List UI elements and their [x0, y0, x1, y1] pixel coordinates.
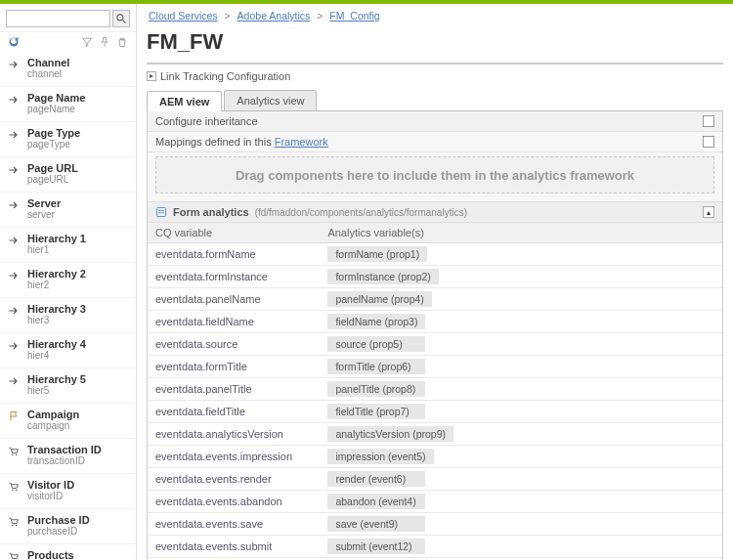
variable-pill[interactable]: submit (event12)	[327, 538, 425, 554]
collapse-triangle-icon: ▸	[147, 71, 156, 81]
table-row[interactable]: eventdata.fieldTitlefieldTitle (prop7)	[148, 401, 722, 423]
analytics-variable-cell: save (event9)	[320, 513, 722, 536]
sidebar-item[interactable]: Serverserver	[0, 193, 136, 228]
cart-icon	[8, 446, 20, 457]
crumb-adobe-analytics[interactable]: Adobe Analytics	[237, 10, 311, 22]
sidebar-item[interactable]: Page URLpageURL	[0, 157, 136, 193]
link-tracking-toggle[interactable]: ▸ Link Tracking Configuration	[147, 68, 723, 90]
analytics-variable-cell: source (prop5)	[320, 333, 722, 356]
trash-icon[interactable]	[116, 36, 128, 50]
aem-view-panel: Configure inheritance Mappings defined i…	[147, 111, 723, 560]
sidebar-item-label: Campaign	[27, 409, 79, 420]
analytics-variable-cell: formName (prop1)	[320, 243, 722, 266]
variable-pill[interactable]: abandon (event4)	[327, 494, 425, 509]
sidebar-item-label: Page URL	[27, 162, 78, 174]
filter-icon[interactable]	[81, 36, 93, 50]
sidebar-item[interactable]: Hierarchy 4hier4	[0, 333, 136, 368]
inheritance-checkbox[interactable]	[703, 115, 714, 127]
component-dropzone[interactable]: Drag components here to include them in …	[155, 156, 714, 194]
analytics-variable-cell: abandon (event4)	[320, 491, 722, 513]
sidebar-item[interactable]: Page NamepageName	[0, 87, 136, 122]
variable-pill[interactable]: formName (prop1)	[327, 246, 427, 262]
crumb-cloud-services[interactable]: Cloud Services	[149, 10, 218, 22]
mappings-prefix: Mappings defined in this	[155, 136, 275, 148]
sidebar-item[interactable]: Hierarchy 1hier1	[0, 228, 136, 263]
table-row[interactable]: eventdata.panelNamepanelName (prop4)	[148, 288, 722, 311]
sidebar-item[interactable]: Hierarchy 2hier2	[0, 263, 136, 298]
sidebar-item[interactable]: Purchase IDpurchaseID	[0, 509, 136, 544]
table-row[interactable]: eventdata.fieldNamefieldName (prop3)	[148, 311, 722, 333]
table-row[interactable]: eventdata.panelTitlepanelTitle (prop8)	[148, 378, 722, 401]
arrow-icon	[8, 340, 20, 352]
sidebar-item-sublabel: visitorID	[27, 491, 74, 501]
sidebar-item-sublabel: server	[27, 209, 61, 220]
form-analytics-header[interactable]: Form analytics (fd/fmaddon/components/an…	[148, 201, 722, 223]
table-row[interactable]: eventdata.events.abandonabandon (event4)	[148, 491, 722, 513]
table-row[interactable]: eventdata.formTitleformTitle (prop6)	[148, 356, 722, 378]
table-row[interactable]: eventdata.formNameformName (prop1)	[148, 243, 722, 266]
table-row[interactable]: eventdata.events.submitsubmit (event12)	[148, 536, 722, 558]
search-input[interactable]	[6, 10, 110, 27]
sidebar-item[interactable]: Hierarchy 5hier5	[0, 368, 136, 404]
sidebar-list[interactable]: ChannelchannelPage NamepageNamePage Type…	[0, 52, 136, 560]
tab-analytics-view[interactable]: Analytics view	[224, 90, 317, 110]
table-row[interactable]: eventdata.events.savesave (event9)	[148, 513, 722, 536]
arrow-icon	[8, 270, 20, 281]
sidebar-item[interactable]: Transaction IDtransactionID	[0, 439, 136, 474]
cq-variable-cell: eventdata.panelName	[148, 288, 320, 311]
variable-pill[interactable]: fieldTitle (prop7)	[327, 404, 425, 419]
cq-variable-cell: eventdata.events.impression	[148, 446, 320, 468]
sidebar-item-label: Hierarchy 4	[27, 338, 86, 350]
breadcrumb: Cloud Services > Adobe Analytics > FM_Co…	[147, 8, 723, 27]
sidebar-item-label: Channel	[27, 57, 69, 68]
table-row[interactable]: eventdata.events.renderrender (event6)	[148, 468, 722, 491]
variable-pill[interactable]: source (prop5)	[327, 336, 425, 352]
cq-variable-cell: eventdata.formName	[148, 243, 320, 266]
variable-pill[interactable]: panelTitle (prop8)	[327, 381, 425, 397]
sidebar-item[interactable]: Visitor IDvisitorID	[0, 474, 136, 509]
view-tabs: AEM view Analytics view	[147, 90, 723, 111]
cq-variable-cell: eventdata.events.submit	[148, 536, 320, 558]
search-button[interactable]	[112, 10, 130, 27]
sidebar-item-sublabel: transactionID	[27, 455, 102, 466]
svg-point-7	[16, 525, 18, 527]
sidebar-item[interactable]: Campaigncampaign	[0, 404, 136, 439]
sidebar-item[interactable]: Productsproducts	[0, 544, 136, 560]
magnifier-icon	[115, 13, 127, 24]
crumb-fm-config[interactable]: FM_Config	[329, 10, 379, 22]
table-row[interactable]: eventdata.formInstanceformInstance (prop…	[148, 266, 722, 288]
configure-inheritance-row[interactable]: Configure inheritance	[148, 111, 722, 132]
analytics-variable-cell: submit (event12)	[320, 536, 722, 558]
variable-pill[interactable]: render (event6)	[327, 471, 425, 487]
sidebar-item[interactable]: Channelchannel	[0, 52, 136, 87]
mappings-checkbox[interactable]	[703, 136, 714, 148]
sidebar-item[interactable]: Page TypepageType	[0, 122, 136, 157]
collapse-caret-icon[interactable]: ▴	[703, 206, 714, 218]
analytics-variable-cell: formInstance (prop2)	[320, 266, 722, 288]
svg-point-5	[16, 490, 18, 492]
sidebar-item[interactable]: Hierarchy 3hier3	[0, 298, 136, 333]
variable-pill[interactable]: formInstance (prop2)	[327, 269, 438, 284]
framework-link[interactable]: Framework	[275, 136, 328, 148]
sidebar-item-sublabel: hier1	[27, 244, 86, 255]
configure-inheritance-label: Configure inheritance	[155, 115, 258, 127]
sidebar-item-label: Visitor ID	[27, 479, 74, 491]
table-row[interactable]: eventdata.analyticsVersionanalyticsVersi…	[148, 423, 722, 446]
sidebar-item-sublabel: channel	[27, 68, 69, 79]
variable-pill[interactable]: fieldName (prop3)	[327, 314, 425, 329]
arrow-icon	[8, 305, 20, 317]
variable-pill[interactable]: formTitle (prop6)	[327, 359, 425, 374]
pin-icon[interactable]	[99, 36, 110, 50]
variable-pill[interactable]: panelName (prop4)	[327, 291, 431, 307]
variable-pill[interactable]: save (event9)	[327, 516, 425, 532]
variable-pill[interactable]: impression (event5)	[327, 449, 433, 464]
variable-pill[interactable]: analyticsVersion (prop9)	[327, 426, 453, 442]
tab-aem-view[interactable]: AEM view	[147, 91, 222, 111]
refresh-icon[interactable]	[8, 36, 20, 50]
sidebar-item-sublabel: hier3	[27, 315, 86, 325]
sidebar-item-label: Page Type	[27, 127, 80, 139]
table-row[interactable]: eventdata.events.impressionimpression (e…	[148, 446, 722, 468]
table-row[interactable]: eventdata.sourcesource (prop5)	[148, 333, 722, 356]
cq-variable-cell: eventdata.fieldName	[148, 311, 320, 333]
sidebar-item-label: Hierarchy 1	[27, 233, 86, 244]
